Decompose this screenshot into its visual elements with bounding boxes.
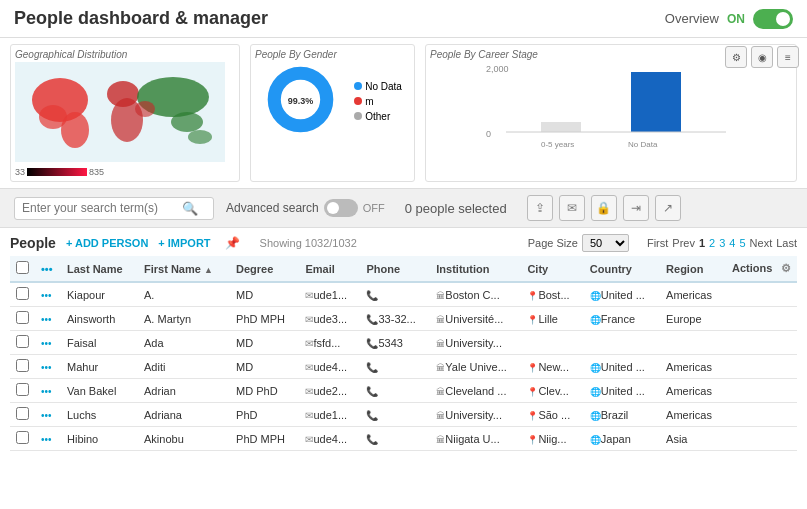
first-page-button[interactable]: First: [647, 237, 668, 249]
row-region: Americas: [660, 282, 726, 307]
row-city: 📍Lille: [521, 307, 583, 331]
page-4-button[interactable]: 4: [729, 237, 735, 249]
row-dots-icon[interactable]: •••: [41, 410, 52, 421]
last-page-button[interactable]: Last: [776, 237, 797, 249]
col-country-header[interactable]: Country: [584, 256, 660, 282]
legend-label-nodata: No Data: [365, 81, 402, 92]
svg-text:No Data: No Data: [628, 140, 658, 149]
row-degree: PhD: [230, 403, 299, 427]
page-3-button[interactable]: 3: [719, 237, 725, 249]
institution-icon: 🏛: [436, 411, 445, 421]
advanced-search-section: Advanced search OFF: [226, 199, 385, 217]
col-degree-header[interactable]: Degree: [230, 256, 299, 282]
row-actions: [726, 403, 797, 427]
row-checkbox[interactable]: [16, 407, 29, 420]
email-action-icon[interactable]: ✉: [559, 195, 585, 221]
table-row: ••• Faisal Ada MD ✉fsfd... 📞5343 🏛Univer…: [10, 331, 797, 355]
row-checkbox[interactable]: [16, 431, 29, 444]
email-icon: ✉: [305, 362, 313, 373]
row-dots-icon[interactable]: •••: [41, 314, 52, 325]
donut-wrap: 99.3%: [263, 62, 338, 140]
page-size-select[interactable]: 50 25 100: [582, 234, 629, 252]
gear-chart-icon[interactable]: ⚙: [725, 46, 747, 68]
email-icon: ✉: [305, 290, 313, 301]
page-1-button[interactable]: 1: [699, 237, 705, 249]
donut-chart-icon[interactable]: ◉: [751, 46, 773, 68]
row-dots-icon[interactable]: •••: [41, 290, 52, 301]
col-city-header[interactable]: City: [521, 256, 583, 282]
table-row: ••• Kiapour A. MD ✉ude1... 📞 🏛Boston C..…: [10, 282, 797, 307]
row-lastname: Van Bakel: [61, 379, 138, 403]
col-phone-header[interactable]: Phone: [360, 256, 430, 282]
row-dots-icon[interactable]: •••: [41, 362, 52, 373]
row-degree: MD: [230, 355, 299, 379]
row-region: Americas: [660, 403, 726, 427]
geo-title: Geographical Distribution: [15, 49, 235, 60]
table-row: ••• Ainsworth A. Martyn PhD MPH ✉ude3...…: [10, 307, 797, 331]
advanced-toggle-state: OFF: [363, 202, 385, 214]
col-actions-header: Actions ⚙: [726, 256, 797, 282]
career-bar-svg: 2,000 0 0-5 years No Data: [430, 62, 792, 152]
people-selected-count: 0 people selected: [405, 201, 507, 216]
row-firstname: A. Martyn: [138, 307, 230, 331]
add-person-button[interactable]: + ADD PERSON: [66, 237, 148, 249]
svg-text:0: 0: [486, 129, 491, 139]
svg-point-3: [61, 112, 89, 148]
legend-m: m: [354, 96, 402, 107]
row-institution: 🏛Yale Unive...: [430, 355, 521, 379]
row-checkbox[interactable]: [16, 383, 29, 396]
import-button[interactable]: + IMPORT: [158, 237, 210, 249]
svg-point-8: [188, 130, 212, 144]
row-city: 📍New...: [521, 355, 583, 379]
overview-toggle-state: ON: [727, 12, 745, 26]
table-row: ••• Hibino Akinobu PhD MPH ✉ude4... 📞 🏛N…: [10, 427, 797, 451]
row-checkbox-cell: [10, 355, 35, 379]
row-phone: 📞: [360, 379, 430, 403]
phone-icon: 📞: [366, 362, 378, 373]
row-checkbox[interactable]: [16, 335, 29, 348]
geo-min-val: 33: [15, 167, 25, 177]
institution-icon: 🏛: [436, 435, 445, 445]
col-email-header[interactable]: Email: [299, 256, 360, 282]
col-lastname-header[interactable]: Last Name: [61, 256, 138, 282]
page-size-wrap: Page Size 50 25 100: [528, 234, 629, 252]
row-checkbox[interactable]: [16, 359, 29, 372]
page-5-button[interactable]: 5: [739, 237, 745, 249]
row-firstname: Akinobu: [138, 427, 230, 451]
lock-action-icon[interactable]: 🔒: [591, 195, 617, 221]
phone-icon: 📞: [366, 410, 378, 421]
select-all-checkbox[interactable]: [16, 261, 29, 274]
overview-toggle[interactable]: [753, 9, 793, 29]
phone-icon: 📞: [366, 338, 378, 349]
svg-point-7: [171, 112, 203, 132]
page-2-button[interactable]: 2: [709, 237, 715, 249]
list-chart-icon[interactable]: ≡: [777, 46, 799, 68]
share-action-icon[interactable]: ⇪: [527, 195, 553, 221]
institution-icon: 🏛: [436, 291, 445, 301]
row-lastname: Mahur: [61, 355, 138, 379]
col-region-header[interactable]: Region: [660, 256, 726, 282]
export1-action-icon[interactable]: ⇥: [623, 195, 649, 221]
row-dots-icon[interactable]: •••: [41, 338, 52, 349]
col-firstname-header[interactable]: First Name ▲: [138, 256, 230, 282]
table-gear-icon[interactable]: ⚙: [781, 262, 791, 275]
row-firstname: A.: [138, 282, 230, 307]
search-icon[interactable]: 🔍: [182, 201, 198, 216]
row-checkbox[interactable]: [16, 287, 29, 300]
people-section-label: People: [10, 235, 56, 251]
action-icons: ⇪ ✉ 🔒 ⇥ ↗: [527, 195, 681, 221]
toggle-knob: [776, 12, 790, 26]
row-dots-icon[interactable]: •••: [41, 386, 52, 397]
prev-page-button[interactable]: Prev: [672, 237, 695, 249]
search-input[interactable]: [22, 201, 182, 215]
search-input-wrap[interactable]: 🔍: [14, 197, 214, 220]
row-checkbox[interactable]: [16, 311, 29, 324]
export2-action-icon[interactable]: ↗: [655, 195, 681, 221]
row-dots-icon[interactable]: •••: [41, 434, 52, 445]
col-institution-header[interactable]: Institution: [430, 256, 521, 282]
row-email: ✉ude2...: [299, 379, 360, 403]
row-region: [660, 331, 726, 355]
advanced-search-toggle[interactable]: [324, 199, 358, 217]
country-globe-icon: 🌐: [590, 363, 601, 373]
next-page-button[interactable]: Next: [750, 237, 773, 249]
